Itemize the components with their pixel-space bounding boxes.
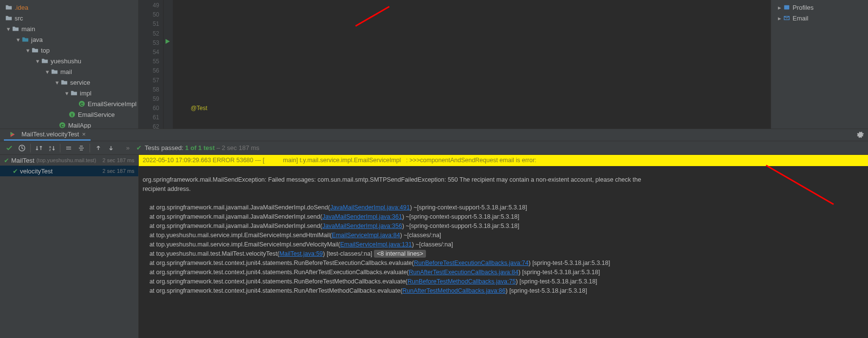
stacktrace-link[interactable]: EmailServiceImpl.java:84: [332, 232, 400, 239]
gear-icon[interactable]: [856, 131, 864, 140]
chevron-down-icon: ▾: [24, 47, 31, 54]
clock-icon[interactable]: [16, 142, 28, 154]
right-item-email[interactable]: ▸Email: [771, 13, 868, 23]
tree-item-top[interactable]: ▾top: [0, 45, 138, 56]
console-output[interactable]: 2022-05-10 17:09:29.663 ERROR 53680 --- …: [139, 155, 868, 338]
svg-text:z: z: [49, 148, 51, 151]
sort-icon[interactable]: [33, 142, 45, 154]
tree-item-email-service-impl[interactable]: CEmailServiceImpl: [0, 98, 138, 109]
run-tab-bar: MailTest.velocityTest ×: [0, 129, 868, 141]
tree-item-impl[interactable]: ▾impl: [0, 88, 138, 98]
chevron-down-icon: ▾: [34, 57, 41, 64]
chevron-down-icon: ▾: [15, 36, 21, 43]
class-icon: C: [58, 121, 66, 129]
stacktrace-link[interactable]: RunBeforeTestMethodCallbacks.java:75: [407, 278, 516, 285]
right-item-profiles[interactable]: ▸Profiles: [771, 2, 868, 13]
chevron-down-icon: ▾: [44, 68, 51, 75]
profiles-icon: [783, 3, 791, 11]
prev-icon[interactable]: [92, 142, 105, 154]
folder-icon: [5, 14, 13, 22]
tree-item-email-service[interactable]: IEmailService: [0, 109, 138, 120]
chevron-down-icon: ▾: [54, 79, 60, 86]
code-area[interactable]: @Test public void velocityTest() { Strin…: [173, 0, 771, 129]
gutter-marks: [163, 0, 173, 129]
tree-item-idea[interactable]: .idea: [0, 2, 138, 13]
email-icon: [783, 14, 791, 22]
test-tree[interactable]: ✔MailTest(top.yueshushu.mail.test) 2 sec…: [0, 155, 139, 338]
stacktrace-link[interactable]: MailTest.java:59: [279, 250, 323, 257]
svg-text:I: I: [72, 113, 73, 117]
tree-item-main[interactable]: ▾main: [0, 23, 138, 34]
collapse-icon[interactable]: [75, 142, 88, 154]
line-gutter: 4950515253545556575859606162: [139, 0, 163, 129]
folded-lines-chip[interactable]: <8 internal lines>: [374, 250, 426, 258]
next-icon[interactable]: [105, 142, 117, 154]
svg-text:C: C: [80, 102, 84, 107]
chevron-right-icon: ▸: [776, 4, 783, 11]
expand-icon[interactable]: [62, 142, 75, 154]
interface-icon: I: [68, 111, 76, 118]
console-error-line: 2022-05-10 17:09:29.663 ERROR 53680 --- …: [139, 155, 868, 166]
tree-item-mail-app[interactable]: CMailApp: [0, 120, 138, 129]
tree-item-yueshushu[interactable]: ▾yueshushu: [0, 56, 138, 66]
ok-icon[interactable]: [3, 142, 16, 154]
check-icon: ✔: [4, 157, 9, 164]
svg-text:C: C: [61, 123, 64, 128]
sort-alpha-icon[interactable]: az: [45, 142, 58, 154]
project-tree[interactable]: .idea src ▾main ▾java ▾top ▾yueshushu ▾m…: [0, 0, 139, 129]
right-panel[interactable]: ▸Profiles ▸Email: [771, 0, 868, 129]
check-icon: ✔: [13, 168, 18, 175]
stacktrace-link[interactable]: EmailServiceImpl.java:131: [340, 241, 412, 248]
code-editor[interactable]: 4950515253545556575859606162 @Test publi…: [139, 0, 771, 129]
class-icon: C: [78, 100, 86, 108]
package-icon: [70, 89, 78, 97]
stacktrace-link[interactable]: JavaMailSenderImpl.java:361: [322, 213, 402, 220]
folder-icon: [5, 3, 13, 11]
run-config-icon: [9, 131, 17, 138]
test-status: ✔ Tests passed: 1 of 1 test – 2 sec 187 …: [136, 144, 259, 151]
package-icon: [60, 78, 68, 86]
package-icon: [51, 68, 58, 75]
folder-icon: [12, 25, 19, 33]
stacktrace-link[interactable]: RunBeforeTestExecutionCallbacks.java:74: [414, 260, 529, 266]
folder-source-icon: [21, 36, 29, 43]
test-tree-root[interactable]: ✔MailTest(top.yueshushu.mail.test) 2 sec…: [0, 155, 138, 166]
svg-rect-6: [784, 5, 790, 10]
stacktrace-link[interactable]: JavaMailSenderImpl.java:491: [330, 204, 410, 211]
tree-item-java[interactable]: ▾java: [0, 34, 138, 45]
run-tab-label: MailTest.velocityTest: [21, 131, 79, 138]
stacktrace-link[interactable]: RunAfterTestExecutionCallbacks.java:84: [409, 269, 518, 276]
more-icon[interactable]: »: [126, 144, 129, 151]
run-toolbar: az » ✔ Tests passed: 1 of 1 test – 2 sec…: [0, 141, 868, 155]
chevron-down-icon: ▾: [5, 25, 12, 32]
run-tab[interactable]: MailTest.velocityTest ×: [4, 129, 91, 141]
tree-item-service[interactable]: ▾service: [0, 77, 138, 88]
tree-item-mail[interactable]: ▾mail: [0, 66, 138, 77]
run-gutter-icon[interactable]: [165, 38, 170, 46]
package-icon: [41, 57, 49, 65]
close-icon[interactable]: ×: [82, 131, 86, 138]
stacktrace-link[interactable]: RunAfterTestMethodCallbacks.java:86: [403, 287, 506, 294]
check-icon: ✔: [136, 144, 142, 151]
tree-item-src[interactable]: src: [0, 13, 138, 23]
chevron-down-icon: ▾: [63, 90, 70, 96]
test-tree-leaf[interactable]: ✔velocityTest 2 sec 187 ms: [0, 166, 138, 176]
package-icon: [31, 46, 39, 54]
stacktrace-link[interactable]: JavaMailSenderImpl.java:356: [322, 223, 402, 229]
chevron-right-icon: ▸: [776, 15, 783, 21]
